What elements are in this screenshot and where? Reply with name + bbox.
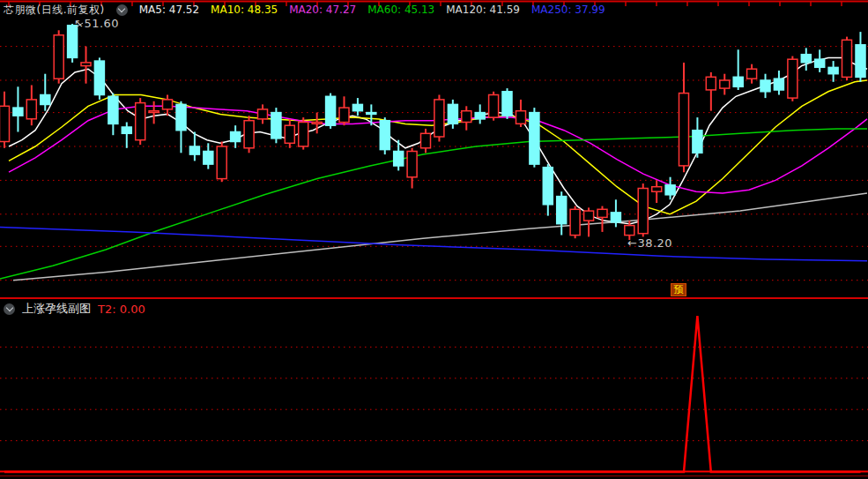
ma-legend-item-ma10: MA10: 48.35 bbox=[211, 4, 278, 16]
ma-legend-item-ma250: MA250: 37.99 bbox=[531, 4, 605, 16]
signal-badge[interactable]: 预 bbox=[671, 283, 686, 296]
indicator-line bbox=[0, 316, 868, 472]
ma-line-ma250 bbox=[0, 227, 867, 260]
ma-legend: MA5: 47.52MA10: 48.35MA20: 47.27MA60: 45… bbox=[139, 4, 605, 16]
ma-legend-item-ma20: MA20: 47.27 bbox=[289, 4, 356, 16]
candlesticks bbox=[0, 24, 865, 240]
high-price-label: ↖51.60 bbox=[74, 17, 119, 30]
ma-line-ma60 bbox=[0, 129, 867, 279]
ma-lines bbox=[0, 57, 867, 280]
ma-legend-item-ma5: MA5: 47.52 bbox=[139, 4, 199, 16]
main-chart-header: 芯朋微(日线.前复权) MA5: 47.52MA10: 48.35MA20: 4… bbox=[4, 3, 605, 17]
indicator-title[interactable]: 上涨孕线副图 bbox=[22, 301, 91, 317]
ma-legend-item-ma120: MA120: 41.59 bbox=[446, 4, 520, 16]
low-price-label: ←38.20 bbox=[627, 236, 672, 250]
stock-title[interactable]: 芯朋微(日线.前复权) bbox=[4, 3, 105, 18]
ma-legend-item-ma60: MA60: 45.13 bbox=[367, 4, 434, 16]
sub-chart-header: 上涨孕线副图 T2: 0.00 bbox=[4, 302, 145, 316]
chevron-down-icon[interactable] bbox=[4, 303, 15, 315]
chevron-down-icon[interactable] bbox=[116, 4, 128, 16]
chart-canvas[interactable] bbox=[0, 0, 868, 479]
indicator-value: T2: 0.00 bbox=[98, 303, 145, 316]
stock-chart-window: 芯朋微(日线.前复权) MA5: 47.52MA10: 48.35MA20: 4… bbox=[0, 0, 868, 479]
indicator-gridlines bbox=[0, 347, 868, 440]
